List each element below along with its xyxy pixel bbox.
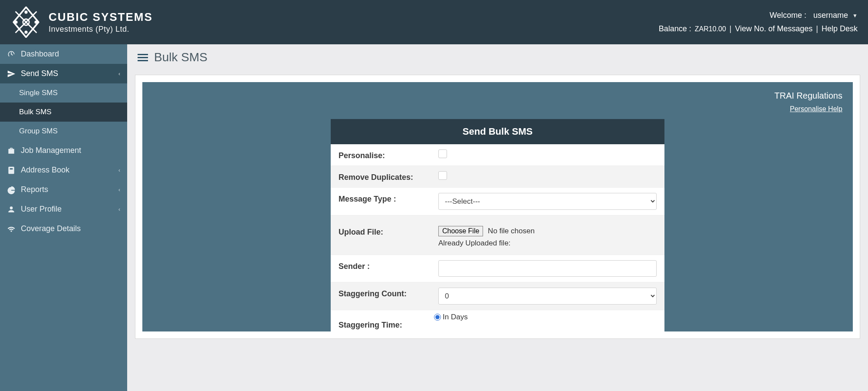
content-area: Bulk SMS TRAI Regulations Personalise He… xyxy=(127,44,868,391)
message-type-select[interactable]: ---Select--- xyxy=(438,193,657,210)
form-row-staggering-time: Staggering Time: In Days xyxy=(331,310,664,331)
form-row-remove-duplicates: Remove Duplicates: xyxy=(331,166,664,187)
sidebar-item-label: Group SMS xyxy=(19,127,58,136)
sidebar-item-user-profile[interactable]: User Profile ‹ xyxy=(0,199,127,219)
username-menu[interactable]: username ▼ xyxy=(813,11,858,20)
personalise-checkbox[interactable] xyxy=(438,149,447,158)
balance-value: ZAR10.00 xyxy=(695,25,726,33)
sidebar-item-label: Job Management xyxy=(21,146,81,155)
form-card: Send Bulk SMS Personalise: Remove Duplic… xyxy=(331,119,664,331)
sidebar-item-label: User Profile xyxy=(21,205,62,214)
form-row-upload-file: Upload File: Choose File No file chosen … xyxy=(331,215,664,255)
separator: | xyxy=(816,24,818,33)
form-row-message-type: Message Type : ---Select--- xyxy=(331,187,664,215)
send-icon xyxy=(7,70,16,78)
upload-file-label: Upload File: xyxy=(339,226,438,237)
page-title: Bulk SMS xyxy=(154,50,207,64)
sidebar-item-dashboard[interactable]: Dashboard xyxy=(0,44,127,64)
form-row-sender: Sender : xyxy=(331,255,664,282)
user-icon xyxy=(7,205,16,214)
staggering-time-in-days-radio[interactable] xyxy=(434,314,441,321)
sidebar-item-address-book[interactable]: Address Book ‹ xyxy=(0,160,127,180)
sidebar-item-bulk-sms[interactable]: Bulk SMS xyxy=(0,103,127,122)
username-text: username xyxy=(813,11,848,20)
staggering-count-select[interactable]: 0 xyxy=(438,288,657,305)
sidebar-item-coverage-details[interactable]: Coverage Details xyxy=(0,219,127,239)
sidebar-item-reports[interactable]: Reports ‹ xyxy=(0,180,127,199)
sidebar: Dashboard Send SMS ‹ Single SMS Bulk SMS… xyxy=(0,44,127,391)
chevron-left-icon: ‹ xyxy=(118,167,120,173)
message-type-label: Message Type : xyxy=(339,193,438,204)
sender-label: Sender : xyxy=(339,260,438,271)
balance-label: Balance : xyxy=(659,24,691,33)
briefcase-icon xyxy=(7,146,16,155)
chevron-left-icon: ‹ xyxy=(118,206,120,212)
sidebar-item-label: Address Book xyxy=(21,166,69,175)
sidebar-item-label: Send SMS xyxy=(21,69,58,78)
staggering-time-label: Staggering Time: xyxy=(339,313,438,330)
choose-file-status: No file chosen xyxy=(488,227,535,235)
chevron-down-icon: ▼ xyxy=(852,13,858,19)
header-right: Welcome : username ▼ Balance : ZAR10.00 … xyxy=(659,11,858,33)
brand-subtitle: Investments (Pty) Ltd. xyxy=(49,25,153,34)
sidebar-item-send-sms[interactable]: Send SMS ‹ xyxy=(0,64,127,83)
welcome-label: Welcome : xyxy=(769,11,806,20)
sidebar-item-label: Single SMS xyxy=(19,89,58,97)
gauge-icon xyxy=(7,50,16,59)
sidebar-item-job-management[interactable]: Job Management xyxy=(0,141,127,160)
panel-outer: TRAI Regulations Personalise Help Send B… xyxy=(135,75,860,339)
remove-duplicates-checkbox[interactable] xyxy=(438,171,447,180)
sidebar-item-group-sms[interactable]: Group SMS xyxy=(0,122,127,141)
sidebar-item-label: Reports xyxy=(21,185,48,194)
already-uploaded-label: Already Uploaded file: xyxy=(438,239,657,248)
chevron-left-icon: ‹ xyxy=(118,71,120,77)
panel-dark: TRAI Regulations Personalise Help Send B… xyxy=(142,82,853,331)
logo-icon xyxy=(10,7,42,38)
form-row-personalise: Personalise: xyxy=(331,144,664,166)
svg-point-4 xyxy=(24,30,27,33)
page-title-bar: Bulk SMS xyxy=(127,44,868,70)
regulations-text: TRAI Regulations xyxy=(142,87,853,101)
brand: CUBIC SYSTEMS Investments (Pty) Ltd. xyxy=(10,7,153,38)
sidebar-item-label: Coverage Details xyxy=(21,224,81,233)
svg-point-3 xyxy=(24,10,27,13)
sender-input[interactable] xyxy=(438,260,657,277)
chevron-left-icon: ‹ xyxy=(118,187,120,193)
staggering-count-label: Staggering Count: xyxy=(339,288,438,298)
view-messages-link[interactable]: View No. of Messages xyxy=(735,24,813,33)
sidebar-item-label: Dashboard xyxy=(21,50,59,59)
brand-title: CUBIC SYSTEMS xyxy=(49,10,153,24)
personalise-help-link[interactable]: Personalise Help xyxy=(790,105,842,113)
remove-duplicates-label: Remove Duplicates: xyxy=(339,171,438,182)
pie-icon xyxy=(7,186,16,194)
help-desk-link[interactable]: Help Desk xyxy=(822,24,858,33)
separator: | xyxy=(730,24,732,33)
choose-file-button[interactable]: Choose File xyxy=(438,226,483,236)
form-row-staggering-count: Staggering Count: 0 xyxy=(331,282,664,310)
sidebar-item-single-sms[interactable]: Single SMS xyxy=(0,83,127,103)
sidebar-item-label: Bulk SMS xyxy=(19,108,52,116)
menu-toggle-icon[interactable] xyxy=(138,54,148,61)
personalise-label: Personalise: xyxy=(339,149,438,160)
form-title: Send Bulk SMS xyxy=(331,119,664,144)
staggering-time-in-days-label: In Days xyxy=(443,313,468,321)
wifi-icon xyxy=(7,225,16,233)
top-bar: CUBIC SYSTEMS Investments (Pty) Ltd. Wel… xyxy=(0,0,868,44)
book-icon xyxy=(7,166,16,175)
